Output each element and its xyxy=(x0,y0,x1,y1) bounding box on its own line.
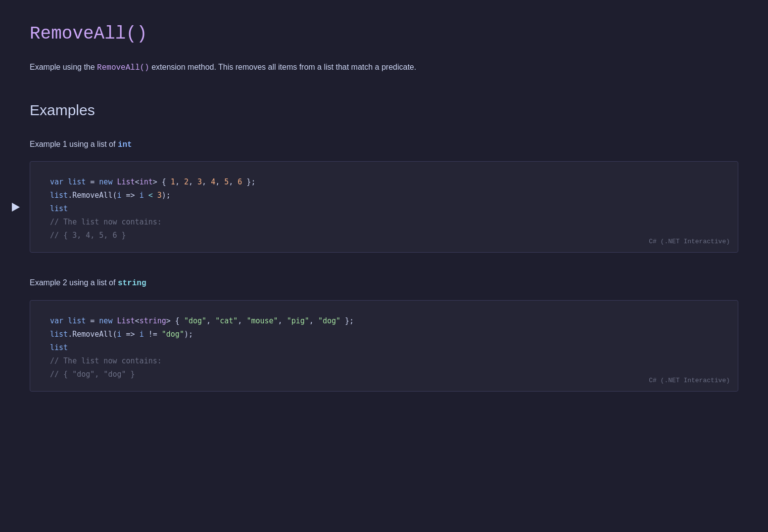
description: Example using the RemoveAll() extension … xyxy=(30,60,738,75)
example-2-label: Example 2 using a list of string xyxy=(30,276,738,290)
example-1-label: Example 1 using a list of int xyxy=(30,138,738,152)
example-2-label-prefix: Example 2 using a list of xyxy=(30,278,118,287)
example-2-section: Example 2 using a list of string var lis… xyxy=(30,276,738,392)
example-1-label-prefix: Example 1 using a list of xyxy=(30,140,118,148)
description-suffix: extension method. This removes all items… xyxy=(149,63,417,71)
example-2-code: var list = new List<string> { "dog", "ca… xyxy=(50,314,718,381)
run-button-1[interactable] xyxy=(10,201,22,214)
section-title: Examples xyxy=(30,98,738,122)
page-title: RemoveAll() xyxy=(30,20,738,48)
description-prefix: Example using the xyxy=(30,63,97,71)
example-1-wrapper: var list = new List<int> { 1, 2, 3, 4, 5… xyxy=(30,161,738,253)
example-2-code-block: var list = new List<string> { "dog", "ca… xyxy=(30,300,738,392)
example-1-lang: C# (.NET Interactive) xyxy=(649,236,730,247)
example-1-code-block: var list = new List<int> { 1, 2, 3, 4, 5… xyxy=(30,161,738,253)
description-method: RemoveAll() xyxy=(97,63,149,72)
example-2-lang: C# (.NET Interactive) xyxy=(649,375,730,386)
example-2-type: string xyxy=(118,279,146,288)
example-1-type: int xyxy=(118,140,132,149)
example-1-section: Example 1 using a list of int var list =… xyxy=(30,138,738,253)
example-1-code: var list = new List<int> { 1, 2, 3, 4, 5… xyxy=(50,176,718,242)
example-2-wrapper: var list = new List<string> { "dog", "ca… xyxy=(30,300,738,392)
